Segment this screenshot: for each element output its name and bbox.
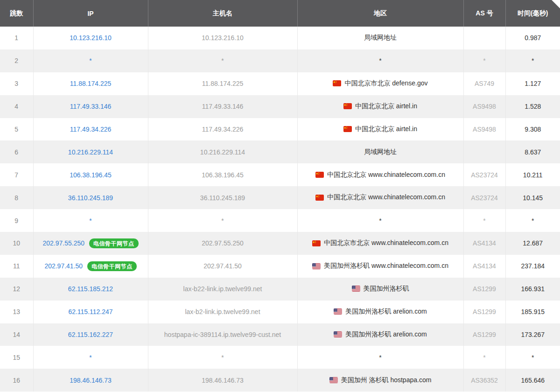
time-cell: 1.127 [505, 72, 560, 95]
table-row: 2 * * * * * [0, 49, 560, 72]
ip-link[interactable]: 62.115.162.227 [68, 331, 113, 338]
hop-cell: 12 [0, 278, 33, 301]
china-flag-icon [333, 80, 341, 86]
asn-cell: AS9498 [463, 95, 505, 118]
ip-link[interactable]: * [89, 57, 91, 64]
china-flag-icon [343, 126, 352, 132]
time-cell: 1.528 [505, 95, 560, 118]
ip-link[interactable]: * [89, 217, 91, 224]
ip-link[interactable]: 106.38.196.45 [70, 171, 112, 179]
table-row: 9 * * * * * [0, 209, 560, 232]
hop-cell: 7 [0, 163, 33, 186]
ip-cell: 198.46.146.73 [33, 369, 148, 392]
region-text: 美国加州洛杉矶 arelion.com [345, 330, 427, 339]
table-row: 8 36.110.245.189 36.110.245.189 中国北京北京 w… [0, 186, 560, 209]
asn-cell [463, 27, 505, 49]
table-header: 跳数 IP 主机名 地区 AS 号 时间(毫秒) [0, 0, 560, 27]
region-text: 局域网地址 [364, 148, 397, 156]
time-cell: * [505, 49, 560, 72]
ip-cell: 62.115.162.227 [33, 323, 148, 346]
ip-cell: 10.123.216.10 [33, 27, 148, 49]
ip-link[interactable]: 62.115.112.247 [68, 308, 112, 315]
hostname-cell: 10.123.216.10 [148, 27, 297, 49]
asn-cell: AS4134 [463, 232, 505, 255]
hostname-cell: 202.97.55.250 [148, 232, 297, 255]
hostname-cell: 198.46.146.73 [148, 369, 297, 392]
time-cell: 8.637 [505, 140, 560, 163]
region-text: 中国北京北京 airtel.in [355, 102, 417, 111]
usa-flag-icon [334, 308, 342, 315]
hop-cell: 2 [0, 49, 33, 72]
usa-flag-icon [334, 331, 342, 337]
ip-cell: 117.49.33.146 [33, 95, 148, 118]
asn-cell: * [463, 49, 505, 72]
hop-cell: 3 [0, 72, 33, 95]
region-text: * [379, 354, 381, 361]
region-text: 中国北京北京 www.chinatelecom.com.cn [327, 171, 445, 179]
region-cell: 中国北京北京 www.chinatelecom.com.cn [297, 186, 463, 209]
table-row: 11 202.97.41.50 电信骨干网节点 202.97.41.50 美 [0, 255, 560, 278]
ip-link[interactable]: 36.110.245.189 [68, 194, 113, 202]
time-cell: 10.211 [505, 163, 560, 186]
ip-link[interactable]: 62.115.185.212 [68, 285, 113, 293]
ip-link[interactable]: 117.49.33.146 [70, 103, 112, 110]
hop-cell: 6 [0, 140, 33, 163]
hostname-cell: 36.110.245.189 [148, 186, 297, 209]
usa-flag-icon [334, 331, 342, 337]
hostname-cell: 11.88.174.225 [148, 72, 297, 95]
region-text: 美国加州洛杉矶 [364, 285, 409, 293]
asn-cell: AS4134 [463, 255, 505, 278]
ip-link[interactable]: 10.216.229.114 [68, 148, 113, 156]
region-text: * [379, 57, 381, 64]
ip-link[interactable]: 11.88.174.225 [70, 80, 112, 87]
china-flag-icon [315, 195, 324, 201]
region-cell: 中国北京北京 www.chinatelecom.com.cn [297, 163, 463, 186]
table-row: 13 62.115.112.247 lax-b2-link.ip.twelve9… [0, 301, 560, 323]
ip-cell: * [33, 209, 148, 232]
time-cell: 12.687 [505, 232, 560, 255]
usa-flag-icon [312, 263, 321, 269]
ip-cell: 10.216.229.114 [33, 140, 148, 163]
time-cell: * [505, 209, 560, 232]
ip-cell: * [33, 346, 148, 369]
ip-cell: 202.97.41.50 电信骨干网节点 [33, 255, 148, 278]
ip-link[interactable]: * [89, 354, 91, 361]
time-cell: * [505, 346, 560, 369]
region-cell: 局域网地址 [297, 27, 463, 49]
table-row: 15 * * * * * [0, 346, 560, 369]
usa-flag-icon [329, 377, 338, 383]
ip-link[interactable]: 117.49.34.226 [70, 126, 112, 133]
region-text: 中国北京市北京 defense.gov [344, 79, 427, 88]
region-text: 局域网地址 [364, 34, 397, 42]
hop-cell: 10 [0, 232, 33, 255]
asn-cell [463, 140, 505, 163]
hop-cell: 16 [0, 369, 33, 392]
asn-cell: AS23724 [463, 163, 505, 186]
ip-cell: 202.97.55.250 电信骨干网节点 [33, 232, 148, 255]
ip-link[interactable]: 10.123.216.10 [70, 34, 112, 42]
column-header-region: 地区 [297, 0, 463, 27]
hop-cell: 14 [0, 323, 33, 346]
table-row: 1 10.123.216.10 10.123.216.10 局域网地址 0.98… [0, 27, 560, 49]
asn-cell: AS23724 [463, 186, 505, 209]
china-flag-icon [315, 172, 324, 178]
ip-cell: 117.49.34.226 [33, 118, 148, 141]
hop-cell: 8 [0, 186, 33, 209]
ip-link[interactable]: 202.97.41.50 [44, 262, 83, 270]
china-flag-icon [312, 240, 321, 246]
region-cell: * [297, 209, 463, 232]
ip-link[interactable]: 202.97.55.250 [42, 239, 84, 247]
usa-flag-icon [352, 286, 360, 292]
usa-flag-icon [352, 286, 360, 292]
table-row: 12 62.115.185.212 lax-b22-link.ip.twelve… [0, 278, 560, 301]
hostname-cell: 10.216.229.114 [148, 140, 297, 163]
china-flag-icon [312, 240, 321, 246]
asn-cell: AS749 [463, 72, 505, 95]
china-flag-icon [343, 103, 352, 109]
ip-link[interactable]: 198.46.146.73 [70, 377, 112, 384]
table-body: 1 10.123.216.10 10.123.216.10 局域网地址 0.98… [0, 27, 560, 392]
table-row: 7 106.38.196.45 106.38.196.45 中国北京北京 www… [0, 163, 560, 186]
region-text: 美国加州洛杉矶 arelion.com [345, 308, 427, 316]
hop-cell: 4 [0, 95, 33, 118]
asn-cell: AS1299 [463, 278, 505, 301]
